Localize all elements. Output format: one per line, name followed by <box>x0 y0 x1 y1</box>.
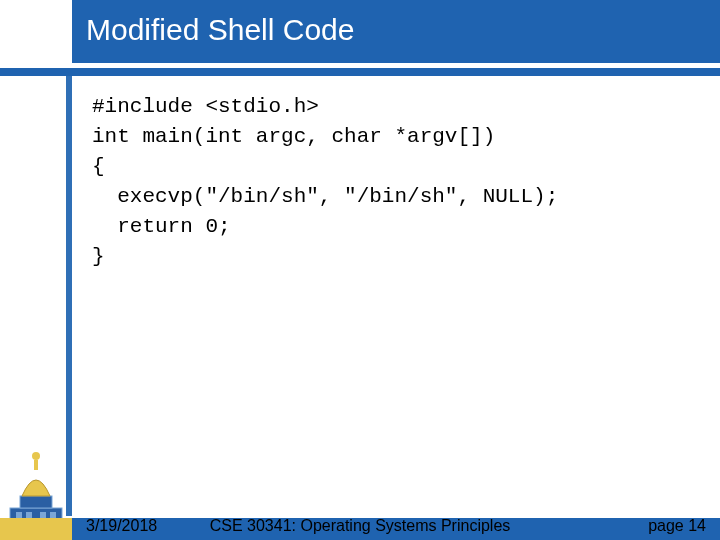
page-title: Modified Shell Code <box>86 13 355 47</box>
svg-point-7 <box>32 452 40 460</box>
slide: Modified Shell Code #include <stdio.h> i… <box>0 0 720 540</box>
code-line: } <box>92 245 105 268</box>
footer-course: CSE 30341: Operating Systems Principles <box>0 517 720 535</box>
code-block: #include <stdio.h> int main(int argc, ch… <box>92 92 558 272</box>
code-line: #include <stdio.h> <box>92 95 319 118</box>
code-line: return 0; <box>92 215 231 238</box>
svg-rect-5 <box>20 496 52 508</box>
code-line: execvp("/bin/sh", "/bin/sh", NULL); <box>92 185 558 208</box>
footer-page-number: page 14 <box>648 517 706 535</box>
svg-rect-6 <box>34 460 38 470</box>
header-left-gap <box>0 0 72 68</box>
code-line: int main(int argc, char *argv[]) <box>92 125 495 148</box>
code-line: { <box>92 155 105 178</box>
header-thin-strip <box>0 68 720 76</box>
